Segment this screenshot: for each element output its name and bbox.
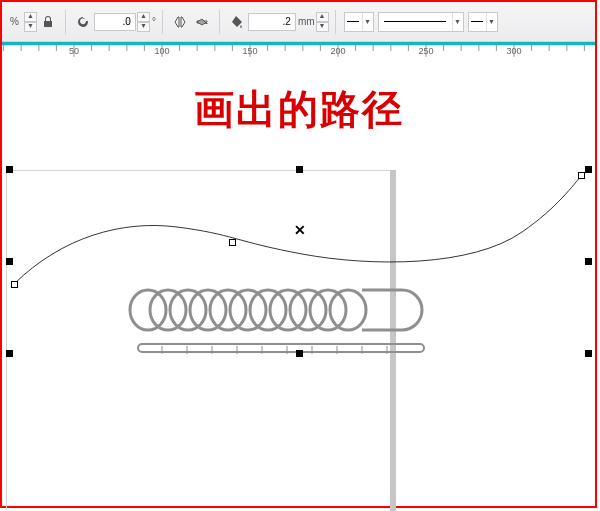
center-marker-icon: ✕ xyxy=(294,222,306,238)
selection-handle[interactable] xyxy=(296,350,303,357)
degree-label: ° xyxy=(152,16,156,27)
curve-node[interactable] xyxy=(11,281,18,288)
selection-handle[interactable] xyxy=(585,350,592,357)
curve-node[interactable] xyxy=(578,172,585,179)
svg-point-42 xyxy=(270,290,306,330)
line-style-picker[interactable]: ▼ xyxy=(378,12,464,32)
svg-point-40 xyxy=(230,290,266,330)
ruler-number: 150 xyxy=(242,46,257,56)
fill-bucket-icon[interactable] xyxy=(228,13,246,31)
ruler-number: 300 xyxy=(506,46,521,56)
lock-ratio-icon[interactable] xyxy=(39,13,57,31)
svg-point-36 xyxy=(150,290,186,330)
ruler-number: 50 xyxy=(69,46,79,56)
horizontal-ruler[interactable]: 50 100 150 200 250 300 xyxy=(2,42,595,62)
outline-unit-label: mm xyxy=(298,16,315,27)
svg-point-44 xyxy=(310,290,346,330)
scale-field: % xyxy=(8,16,19,27)
ruler-number: 100 xyxy=(154,46,169,56)
rotate-icon[interactable] xyxy=(74,13,92,31)
svg-point-43 xyxy=(290,290,326,330)
mirror-horizontal-icon[interactable] xyxy=(171,13,189,31)
app-frame: % ▲▼ ▲▼ ° xyxy=(0,0,597,508)
selection-handle[interactable] xyxy=(296,166,303,173)
curve-node[interactable] xyxy=(229,239,236,246)
selection-handle[interactable] xyxy=(6,350,13,357)
selection-handle[interactable] xyxy=(585,258,592,265)
clip-shape[interactable] xyxy=(2,62,598,510)
svg-point-35 xyxy=(130,290,166,330)
separator xyxy=(65,10,66,34)
scale-spinner[interactable]: ▲▼ xyxy=(24,12,37,32)
ruler-number: 200 xyxy=(330,46,345,56)
ruler-number: 250 xyxy=(418,46,433,56)
separator xyxy=(219,10,220,34)
svg-point-45 xyxy=(330,290,366,330)
svg-point-41 xyxy=(250,290,286,330)
separator xyxy=(162,10,163,34)
separator xyxy=(335,10,336,34)
percent-label: % xyxy=(10,16,19,27)
selection-handle[interactable] xyxy=(585,166,592,173)
start-arrow-picker[interactable]: ▼ xyxy=(344,12,374,32)
selection-handle[interactable] xyxy=(6,166,13,173)
rotation-input[interactable] xyxy=(94,13,136,31)
property-toolbar: % ▲▼ ▲▼ ° xyxy=(2,2,595,42)
svg-point-38 xyxy=(190,290,226,330)
end-arrow-picker[interactable]: ▼ xyxy=(468,12,498,32)
svg-point-37 xyxy=(170,290,206,330)
selection-handle[interactable] xyxy=(6,258,13,265)
drawing-canvas[interactable]: 画出的路径 xyxy=(2,62,595,506)
outline-spinner[interactable]: ▲▼ xyxy=(316,12,329,32)
svg-point-39 xyxy=(210,290,246,330)
rotation-spinner[interactable]: ▲▼ xyxy=(137,12,150,32)
mirror-vertical-icon[interactable] xyxy=(193,13,211,31)
outline-width-input[interactable] xyxy=(248,13,296,31)
